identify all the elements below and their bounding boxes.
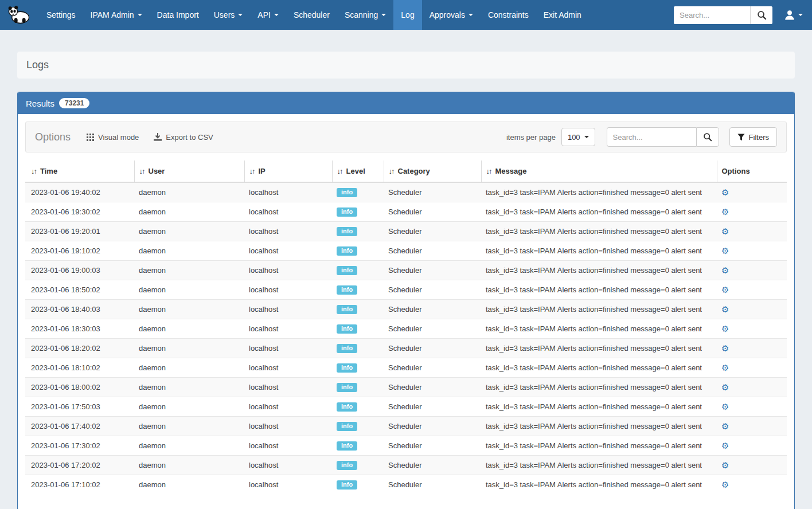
- global-search-input[interactable]: [674, 6, 750, 24]
- category-cell: Scheduler: [384, 456, 481, 475]
- row-options-cell: ⚙: [717, 378, 787, 397]
- page-title: Logs: [26, 59, 786, 71]
- nav-item-label: API: [257, 10, 271, 19]
- level-cell: info: [332, 222, 384, 241]
- message-value: task_id=3 task=IPAM Alerts action=finish…: [486, 246, 702, 255]
- category-value: Scheduler: [388, 441, 422, 450]
- table-row: 2023-01-06 17:50:03daemonlocalhostinfoSc…: [25, 397, 787, 417]
- chevron-down-icon: [469, 14, 473, 16]
- table-row: 2023-01-06 17:20:02daemonlocalhostinfoSc…: [25, 456, 787, 475]
- table-row: 2023-01-06 19:20:01daemonlocalhostinfoSc…: [25, 222, 787, 241]
- nav-item-label: Constraints: [488, 10, 529, 19]
- gear-icon[interactable]: ⚙: [721, 480, 729, 489]
- column-header-ip[interactable]: ↓↑IP: [244, 160, 332, 182]
- user-menu[interactable]: [780, 9, 806, 21]
- nav-item-users[interactable]: Users: [206, 0, 251, 30]
- nav-item-constraints[interactable]: Constraints: [481, 0, 536, 30]
- ip-value: localhost: [249, 363, 278, 372]
- nav-item-ipam-admin[interactable]: IPAM Admin: [83, 0, 150, 30]
- table-row: 2023-01-06 18:10:02daemonlocalhostinfoSc…: [25, 358, 787, 378]
- message-cell: task_id=3 task=IPAM Alerts action=finish…: [481, 182, 717, 202]
- column-header-time[interactable]: ↓↑Time: [25, 160, 134, 182]
- time-value: 2023-01-06 17:10:02: [31, 480, 100, 489]
- time-cell: 2023-01-06 17:40:02: [25, 417, 134, 436]
- ip-cell: localhost: [244, 397, 332, 417]
- nav-item-exit-admin[interactable]: Exit Admin: [536, 0, 589, 30]
- ip-value: localhost: [249, 207, 278, 216]
- category-cell: Scheduler: [384, 261, 481, 280]
- search-icon: [703, 132, 712, 142]
- time-cell: 2023-01-06 17:10:02: [25, 475, 134, 495]
- table-row: 2023-01-06 17:10:02daemonlocalhostinfoSc…: [25, 475, 787, 495]
- filters-label: Filters: [749, 133, 769, 142]
- category-cell: Scheduler: [384, 378, 481, 397]
- ip-value: localhost: [249, 383, 278, 391]
- gear-icon[interactable]: ⚙: [721, 305, 729, 314]
- user-value: daemon: [139, 480, 166, 489]
- export-csv-button[interactable]: Export to CSV: [154, 133, 213, 142]
- nav-item-approvals[interactable]: Approvals: [422, 0, 481, 30]
- ip-value: localhost: [249, 422, 278, 430]
- nav-item-scheduler[interactable]: Scheduler: [286, 0, 337, 30]
- gear-icon[interactable]: ⚙: [721, 188, 729, 197]
- nav-item-settings[interactable]: Settings: [39, 0, 83, 30]
- phpipam-logo[interactable]: [5, 0, 39, 30]
- column-header-user[interactable]: ↓↑User: [134, 160, 244, 182]
- gear-icon[interactable]: ⚙: [721, 285, 729, 294]
- message-cell: task_id=3 task=IPAM Alerts action=finish…: [481, 222, 717, 241]
- nav-item-api[interactable]: API: [250, 0, 286, 30]
- user-value: daemon: [139, 363, 166, 372]
- gear-icon[interactable]: ⚙: [721, 402, 729, 411]
- results-panel: Results 73231 Options Visual mode: [17, 92, 795, 509]
- nav-item-log[interactable]: Log: [393, 0, 421, 30]
- message-cell: task_id=3 task=IPAM Alerts action=finish…: [481, 358, 717, 378]
- gear-icon[interactable]: ⚙: [721, 422, 729, 430]
- message-value: task_id=3 task=IPAM Alerts action=finish…: [486, 441, 702, 450]
- gear-icon[interactable]: ⚙: [721, 383, 729, 391]
- global-search-button[interactable]: [750, 6, 772, 24]
- options-toolbar-right: items per page 100: [506, 127, 777, 147]
- level-badge: info: [337, 344, 357, 353]
- category-cell: Scheduler: [384, 182, 481, 202]
- nav-item-data-import[interactable]: Data Import: [150, 0, 206, 30]
- gear-icon[interactable]: ⚙: [721, 441, 729, 450]
- gear-icon[interactable]: ⚙: [721, 461, 729, 469]
- level-cell: info: [332, 339, 384, 358]
- row-options-cell: ⚙: [717, 339, 787, 358]
- gear-icon[interactable]: ⚙: [721, 266, 729, 275]
- time-value: 2023-01-06 18:10:02: [31, 363, 100, 372]
- column-header-category[interactable]: ↓↑Category: [384, 160, 481, 182]
- table-row: 2023-01-06 18:20:02daemonlocalhostinfoSc…: [25, 339, 787, 358]
- column-header-level[interactable]: ↓↑Level: [332, 160, 384, 182]
- nav-item-scanning[interactable]: Scanning: [337, 0, 393, 30]
- level-badge: info: [337, 422, 357, 431]
- gear-icon[interactable]: ⚙: [721, 207, 729, 216]
- time-cell: 2023-01-06 17:20:02: [25, 456, 134, 475]
- gear-icon[interactable]: ⚙: [721, 363, 729, 372]
- sort-icon: ↓↑: [139, 167, 145, 175]
- ip-cell: localhost: [244, 319, 332, 339]
- user-value: daemon: [139, 246, 166, 255]
- items-per-page-label: items per page: [506, 133, 556, 142]
- time-value: 2023-01-06 17:40:02: [31, 422, 100, 430]
- user-value: daemon: [139, 227, 166, 236]
- items-per-page-select[interactable]: 100: [561, 128, 595, 146]
- gear-icon[interactable]: ⚙: [721, 344, 729, 353]
- visual-mode-button[interactable]: Visual mode: [87, 133, 139, 142]
- gear-icon[interactable]: ⚙: [721, 324, 729, 333]
- time-value: 2023-01-06 18:20:02: [31, 344, 100, 353]
- visual-mode-label: Visual mode: [98, 133, 139, 142]
- user-value: daemon: [139, 207, 166, 216]
- table-search-input[interactable]: [607, 127, 696, 147]
- filters-button[interactable]: Filters: [729, 127, 777, 147]
- chevron-down-icon: [238, 14, 243, 16]
- category-value: Scheduler: [388, 480, 422, 489]
- user-cell: daemon: [134, 358, 244, 378]
- level-badge: info: [337, 188, 357, 197]
- gear-icon[interactable]: ⚙: [721, 227, 729, 236]
- ip-value: localhost: [249, 344, 278, 353]
- gear-icon[interactable]: ⚙: [721, 246, 729, 255]
- table-search-button[interactable]: [696, 127, 719, 147]
- time-value: 2023-01-06 19:20:01: [31, 227, 100, 236]
- column-header-message[interactable]: ↓↑Message: [481, 160, 717, 182]
